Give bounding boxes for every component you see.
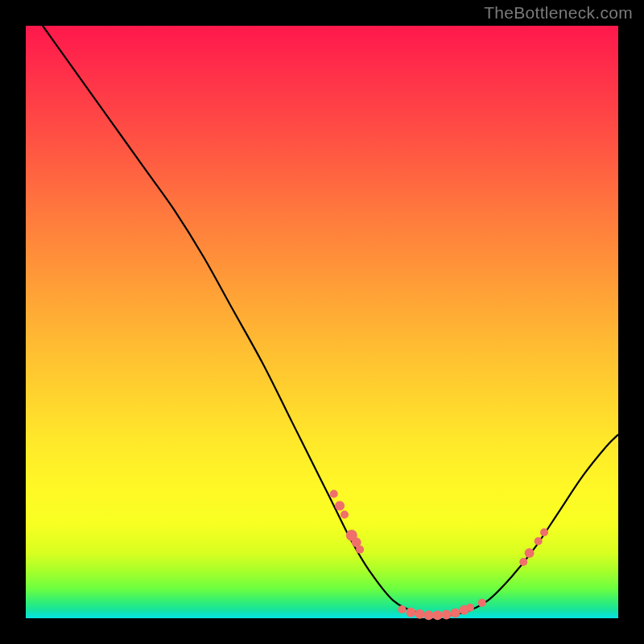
scatter-point (433, 610, 443, 620)
scatter-point (525, 548, 535, 558)
scatter-point (478, 599, 486, 607)
scatter-point (335, 501, 345, 510)
scatter-point (356, 546, 364, 554)
scatter-point (540, 528, 548, 536)
scatter-point (442, 610, 452, 620)
bottleneck-curve-line (26, 2, 618, 616)
scatter-point (341, 510, 349, 518)
scatter-point (535, 537, 543, 545)
chart-plot-area (26, 26, 618, 618)
scatter-point (330, 489, 338, 497)
scatter-point (406, 608, 415, 617)
scatter-points-group (330, 489, 548, 620)
attribution-text: TheBottleneck.com (484, 3, 633, 23)
chart-svg (26, 26, 618, 618)
scatter-point (415, 609, 424, 619)
scatter-point (451, 608, 460, 617)
scatter-point (423, 610, 433, 620)
scatter-point (519, 558, 527, 566)
scatter-point (466, 604, 474, 612)
scatter-point (398, 605, 406, 613)
